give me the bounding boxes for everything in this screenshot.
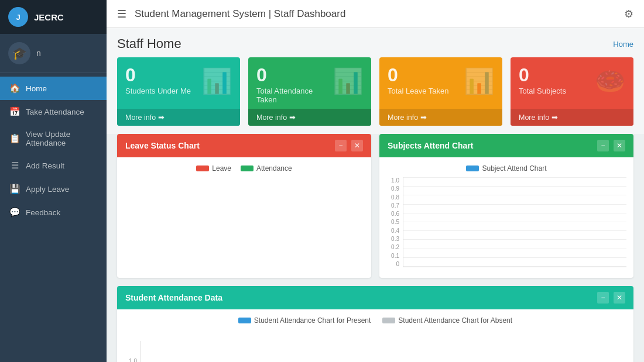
present-legend-label: Student Attendance Chart for Present: [254, 316, 371, 325]
settings-icon[interactable]: ⚙: [624, 8, 633, 20]
attendance-panel-body: Student Attendance Chart for Present Stu…: [117, 309, 633, 362]
subjects-chart-area: [403, 177, 626, 267]
sidebar: J JECRC 🎓 n 🏠 Home 📅 Take Attendance 📋 V…: [0, 0, 107, 362]
attendance-panel-controls: − ✕: [597, 292, 625, 304]
leave-chart-title: Leave Status Chart: [125, 141, 200, 150]
attendance-panel: Student Attendance Data − ✕ Student Atte…: [117, 286, 633, 362]
subjects-chart-panel: Subjects Attend Chart − ✕ Subject Attend…: [379, 134, 633, 278]
attendance-panel-header: Student Attendance Data − ✕: [117, 286, 633, 309]
stat-card-attendance-footer[interactable]: More info ➡: [248, 109, 371, 126]
stat-card-attendance-body: 0 Total Attendance Taken 📊: [248, 57, 371, 109]
menu-icon[interactable]: ☰: [117, 8, 126, 20]
attendance-legend-row: Student Attendance Chart for Present Stu…: [124, 316, 626, 325]
bottom-section: Student Attendance Data − ✕ Student Atte…: [107, 286, 644, 362]
sidebar-logo: J: [8, 7, 28, 27]
breadcrumb[interactable]: Home: [613, 40, 633, 49]
leave-chart-controls: − ✕: [335, 140, 363, 151]
sidebar-item-view-update-attendance[interactable]: 📋 View Update Attendance: [0, 123, 107, 154]
arrow-icon-1: ➡: [158, 113, 165, 122]
sidebar-item-feedback[interactable]: 💬 Feedback: [0, 201, 107, 224]
sidebar-item-apply-leave-label: Apply Leave: [26, 185, 69, 194]
sidebar-username: n: [36, 49, 41, 58]
topbar-left: ☰ Student Management System | Staff Dash…: [117, 8, 345, 20]
stat-card-students-footer[interactable]: More info ➡: [117, 109, 240, 126]
subjects-chart-legend: Subject Attend Chart: [386, 164, 626, 173]
leave-chart-close-btn[interactable]: ✕: [351, 140, 363, 151]
present-legend-item: Student Attendance Chart for Present: [238, 316, 371, 325]
attendance-chart-inner: [141, 341, 626, 362]
subjects-chart-title: Subjects Attend Chart: [388, 141, 474, 150]
subjects-chart-header: Subjects Attend Chart − ✕: [379, 134, 633, 157]
stat-card-leave-body: 0 Total Leave Taken 📊: [379, 57, 502, 109]
subjects-chart-controls: − ✕: [597, 140, 625, 151]
leave-chart-body: Leave Attendance: [117, 157, 371, 278]
topbar: ☰ Student Management System | Staff Dash…: [107, 0, 644, 28]
stat-card-subjects-body: 0 Total Subjects 🍩: [511, 57, 633, 109]
attendance-y-axis: 1.0: [124, 358, 141, 362]
leave-legend-label: Leave: [212, 164, 231, 173]
sidebar-nav: 🏠 Home 📅 Take Attendance 📋 View Update A…: [0, 77, 107, 224]
subjects-legend-label: Subject Attend Chart: [482, 164, 546, 173]
bar-chart-icon-2: 📊: [333, 67, 363, 95]
stat-card-students-content: 0 Students Under Me: [125, 65, 191, 95]
attendance-legend-item: Attendance: [241, 164, 292, 173]
page-title: Staff Home: [117, 36, 181, 51]
bar-chart-icon-1: 📊: [201, 67, 232, 95]
chat-icon: 💬: [9, 207, 20, 218]
subjects-chart-close-btn[interactable]: ✕: [614, 140, 625, 151]
stat-card-subjects-footer[interactable]: More info ➡: [511, 109, 633, 126]
sidebar-item-view-update-attendance-label: View Update Attendance: [26, 130, 97, 147]
attendance-minimize-btn[interactable]: −: [597, 292, 609, 304]
calendar-icon: 📅: [9, 106, 20, 117]
sidebar-user: 🎓 n: [0, 34, 107, 73]
stat-card-subjects: 0 Total Subjects 🍩 More info ➡: [511, 57, 633, 126]
present-legend-color: [238, 318, 251, 323]
stat-card-subjects-content: 0 Total Subjects: [519, 65, 566, 95]
stat-value-subjects: 0: [519, 65, 566, 84]
charts-row: Leave Status Chart − ✕ Leave Attendance: [107, 134, 644, 286]
sidebar-item-home[interactable]: 🏠 Home: [0, 77, 107, 100]
attendance-close-btn[interactable]: ✕: [614, 292, 625, 304]
leave-status-chart-panel: Leave Status Chart − ✕ Leave Attendance: [117, 134, 371, 278]
avatar: 🎓: [8, 42, 30, 64]
stat-value-attendance: 0: [256, 65, 333, 84]
stat-card-attendance: 0 Total Attendance Taken 📊 More info ➡: [248, 57, 371, 126]
stat-card-leave: 0 Total Leave Taken 📊 More info ➡: [379, 57, 502, 126]
app-name: JECRC: [34, 12, 64, 22]
leave-chart-legend: Leave Attendance: [124, 164, 364, 173]
arrow-icon-4: ➡: [551, 113, 558, 122]
subjects-chart-body: Subject Attend Chart 1.0 0.9 0.8 0.7 0.6…: [379, 157, 633, 274]
attendance-legend-color: [241, 166, 254, 171]
stat-card-students-body: 0 Students Under Me 📊: [117, 57, 240, 109]
sidebar-item-home-label: Home: [26, 84, 47, 93]
sidebar-item-add-result[interactable]: ☰ Add Result: [0, 154, 107, 177]
leave-chart-minimize-btn[interactable]: −: [335, 140, 347, 151]
stat-card-leave-content: 0 Total Leave Taken: [388, 65, 449, 95]
sidebar-item-apply-leave[interactable]: 💾 Apply Leave: [0, 177, 107, 201]
stat-label-students: Students Under Me: [125, 87, 191, 95]
sidebar-item-take-attendance-label: Take Attendance: [26, 108, 84, 116]
bar-chart-icon-3: 📊: [464, 67, 494, 95]
clipboard-icon: 📋: [9, 133, 20, 144]
sidebar-item-add-result-label: Add Result: [26, 161, 64, 170]
stat-card-leave-footer[interactable]: More info ➡: [379, 109, 502, 126]
attendance-panel-title: Student Attendance Data: [125, 293, 222, 302]
leave-chart-header: Leave Status Chart − ✕: [117, 134, 371, 157]
attendance-chart-area: 1.0: [124, 329, 626, 362]
arrow-icon-3: ➡: [420, 113, 427, 122]
sidebar-item-take-attendance[interactable]: 📅 Take Attendance: [0, 100, 107, 123]
subjects-chart-minimize-btn[interactable]: −: [597, 140, 609, 151]
subjects-gridlines: [403, 177, 626, 267]
stat-label-leave: Total Leave Taken: [388, 87, 449, 95]
subjects-legend-color: [466, 166, 479, 171]
stats-row: 0 Students Under Me 📊 More info ➡ 0 Tota…: [107, 57, 644, 134]
leave-legend-item: Leave: [196, 164, 231, 173]
stat-label-attendance: Total Attendance Taken: [256, 87, 333, 104]
stat-card-attendance-content: 0 Total Attendance Taken: [256, 65, 333, 104]
pie-chart-icon: 🍩: [595, 67, 625, 95]
arrow-icon-2: ➡: [289, 113, 296, 122]
absent-legend-color: [382, 318, 395, 323]
absent-legend-label: Student Attendance Chart for Absent: [398, 316, 512, 325]
main-content: ☰ Student Management System | Staff Dash…: [107, 0, 644, 362]
stat-card-students: 0 Students Under Me 📊 More info ➡: [117, 57, 240, 126]
